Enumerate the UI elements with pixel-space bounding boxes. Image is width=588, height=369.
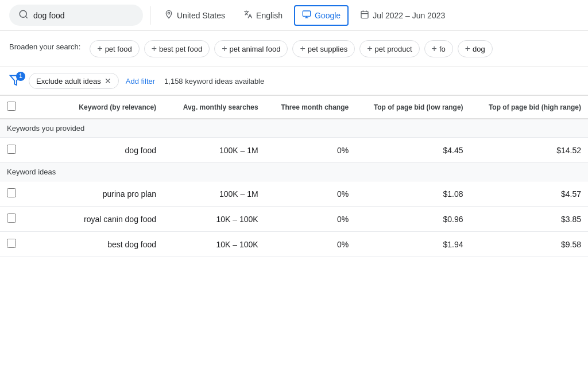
plus-icon: + [432, 44, 437, 54]
date-range-label: Jul 2022 – Jun 2023 [373, 11, 445, 20]
chip-pet-supplies[interactable]: + pet supplies [292, 40, 355, 57]
keywords-available-label: 1,158 keyword ideas available [164, 77, 264, 86]
plus-icon: + [300, 44, 305, 54]
select-all-checkbox[interactable] [7, 102, 16, 111]
svg-line-1 [25, 16, 27, 18]
top-bar: United States English Google Jul 2022 – … [0, 0, 588, 31]
chip-label: dog [473, 45, 485, 53]
keywords-table-wrapper: Keyword (by relevance) Avg. monthly sear… [0, 96, 588, 257]
row-keyword: royal canin dog food [23, 207, 163, 232]
search-icon [18, 9, 29, 21]
row-three-month: 0% [265, 232, 356, 257]
svg-rect-6 [361, 11, 368, 18]
row-three-month: 0% [265, 181, 356, 207]
row-checkbox-cell[interactable] [0, 232, 23, 257]
row-keyword: dog food [23, 138, 163, 163]
chip-pet-product[interactable]: + pet product [359, 40, 419, 57]
row-avg-monthly: 10K – 100K [163, 232, 265, 257]
broaden-section: Broaden your search: + pet food + best p… [0, 31, 588, 67]
platform-picker[interactable]: Google [294, 5, 349, 26]
row-three-month: 0% [265, 207, 356, 232]
section-header-provided: Keywords you provided [0, 119, 588, 138]
chip-label: pet food [105, 45, 132, 53]
header-checkbox-cell[interactable] [0, 96, 23, 119]
header-bid-low[interactable]: Top of page bid (low range) [355, 96, 470, 119]
svg-rect-3 [303, 11, 310, 16]
broaden-chips: + pet food + best pet food + pet animal … [90, 40, 492, 57]
row-bid-high: $4.57 [470, 181, 588, 207]
chip-fo[interactable]: + fo [424, 40, 453, 57]
table-header-row: Keyword (by relevance) Avg. monthly sear… [0, 96, 588, 119]
platform-icon [302, 10, 311, 21]
header-three-month[interactable]: Three month change [265, 96, 356, 119]
exclude-chip[interactable]: Exclude adult ideas ✕ [29, 73, 119, 89]
row-bid-low: $4.45 [355, 138, 470, 163]
chip-best-pet-food[interactable]: + best pet food [144, 40, 210, 57]
row-keyword: purina pro plan [23, 181, 163, 207]
header-bid-high[interactable]: Top of page bid (high range) [470, 96, 588, 119]
chip-pet-food[interactable]: + pet food [90, 40, 139, 57]
language-label: English [256, 11, 283, 20]
language-icon [243, 10, 253, 21]
chip-label: fo [439, 45, 446, 53]
language-picker[interactable]: English [237, 6, 289, 25]
chip-label: pet animal food [230, 45, 281, 53]
platform-label: Google [315, 11, 341, 20]
table-row: best dog food 10K – 100K 0% $1.94 $9.58 [0, 232, 588, 257]
location-label: United States [177, 11, 225, 20]
plus-icon: + [97, 44, 102, 54]
header-keyword[interactable]: Keyword (by relevance) [23, 96, 163, 119]
exclude-label: Exclude adult ideas [36, 77, 101, 86]
row-keyword: best dog food [23, 232, 163, 257]
row-checkbox[interactable] [7, 239, 16, 248]
exclude-close-icon[interactable]: ✕ [105, 76, 111, 86]
row-bid-high: $9.58 [470, 232, 588, 257]
chip-dog[interactable]: + dog [458, 40, 493, 57]
add-filter-button[interactable]: Add filter [126, 77, 155, 86]
plus-icon: + [465, 44, 470, 54]
row-checkbox-cell[interactable] [0, 207, 23, 232]
row-checkbox-cell[interactable] [0, 138, 23, 163]
plus-icon: + [367, 44, 372, 54]
location-icon [164, 10, 173, 21]
search-input[interactable] [33, 11, 134, 20]
row-bid-low: $0.96 [355, 207, 470, 232]
filter-badge: 1 [16, 72, 25, 81]
row-bid-low: $1.08 [355, 181, 470, 207]
header-avg-monthly[interactable]: Avg. monthly searches [163, 96, 265, 119]
table-body: Keywords you provided dog food 100K – 1M… [0, 119, 588, 257]
row-three-month: 0% [265, 138, 356, 163]
table-row: dog food 100K – 1M 0% $4.45 $14.52 [0, 138, 588, 163]
row-checkbox[interactable] [7, 213, 16, 223]
chip-label: best pet food [159, 45, 202, 53]
date-range-picker[interactable]: Jul 2022 – Jun 2023 [353, 6, 452, 25]
chip-label: pet supplies [308, 45, 347, 53]
separator-1 [150, 6, 150, 25]
row-avg-monthly: 10K – 100K [163, 207, 265, 232]
plus-icon: + [152, 44, 157, 54]
location-picker[interactable]: United States [157, 6, 232, 25]
row-avg-monthly: 100K – 1M [163, 181, 265, 207]
plus-icon: + [222, 44, 227, 54]
table-row: royal canin dog food 10K – 100K 0% $0.96… [0, 207, 588, 232]
row-avg-monthly: 100K – 1M [163, 138, 265, 163]
svg-point-2 [168, 12, 169, 14]
calendar-icon [360, 10, 369, 21]
section-header-ideas: Keyword ideas [0, 163, 588, 181]
table-row: purina pro plan 100K – 1M 0% $1.08 $4.57 [0, 181, 588, 207]
filter-bar: 1 Exclude adult ideas ✕ Add filter 1,158… [0, 67, 588, 96]
row-checkbox[interactable] [7, 145, 16, 154]
keywords-table: Keyword (by relevance) Avg. monthly sear… [0, 96, 588, 257]
svg-point-0 [20, 10, 26, 17]
row-bid-low: $1.94 [355, 232, 470, 257]
row-checkbox[interactable] [7, 188, 16, 197]
search-box[interactable] [9, 5, 143, 26]
broaden-label: Broaden your search: [9, 40, 80, 51]
filter-button[interactable]: 1 [9, 74, 22, 88]
chip-pet-animal-food[interactable]: + pet animal food [214, 40, 288, 57]
chip-label: pet product [374, 45, 412, 53]
row-bid-high: $3.85 [470, 207, 588, 232]
row-checkbox-cell[interactable] [0, 181, 23, 207]
row-bid-high: $14.52 [470, 138, 588, 163]
